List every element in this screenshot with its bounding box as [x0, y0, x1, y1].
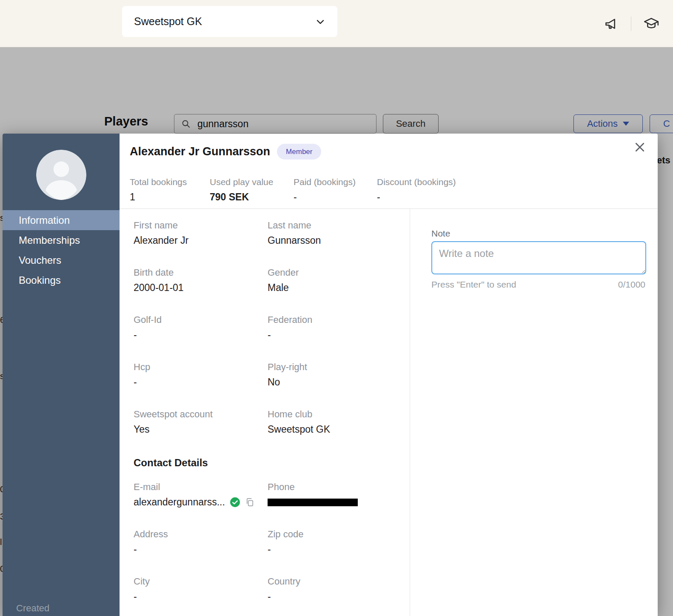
drawer-sidebar: Information Memberships Vouchers Booking… — [3, 134, 120, 616]
email-value: alexandergunnarss... — [134, 496, 225, 508]
field-zip-code: Zip code- — [268, 529, 409, 555]
field-gender: GenderMale — [268, 267, 409, 294]
player-details-drawer: Information Memberships Vouchers Booking… — [3, 134, 658, 616]
drawer-nav: Information Memberships Vouchers Booking… — [3, 210, 120, 290]
announcements-button[interactable] — [601, 14, 622, 33]
field-country: Country- — [268, 576, 409, 602]
field-last-name: Last nameGunnarsson — [268, 220, 409, 246]
stat-used-play-value: Used play value 790 SEK — [210, 177, 294, 203]
verified-check-icon — [230, 497, 240, 508]
field-phone: Phone — [268, 482, 409, 508]
field-golf-id: Golf-Id- — [134, 314, 268, 341]
field-address: Address- — [134, 529, 268, 555]
note-panel: Note Press "Enter" to send 0/1000 — [410, 209, 658, 616]
club-selector-value: Sweetspot GK — [134, 15, 202, 28]
player-header: Alexander Jr Gunnarsson Member — [130, 144, 321, 160]
sidebar-item-information[interactable]: Information — [3, 210, 120, 230]
stat-paid-bookings: Paid (bookings) - — [294, 177, 377, 203]
field-sweetspot-account: Sweetspot accountYes — [134, 409, 268, 435]
megaphone-icon — [603, 16, 621, 31]
field-federation: Federation- — [268, 314, 409, 341]
field-first-name: First nameAlexander Jr — [134, 220, 268, 246]
field-hcp: Hcp- — [134, 362, 268, 388]
copy-icon — [245, 497, 255, 507]
divider — [631, 17, 631, 31]
screen: Players Search Actions C Name Age Email … — [0, 0, 673, 616]
sidebar-item-bookings[interactable]: Bookings — [3, 270, 120, 290]
stat-total-bookings: Total bookings 1 — [130, 177, 210, 203]
avatar — [36, 150, 86, 200]
academy-button[interactable] — [640, 14, 663, 34]
stat-discount-bookings: Discount (bookings) - — [377, 177, 471, 203]
app-topbar: Sweetspot GK — [0, 0, 673, 47]
drawer-main: Alexander Jr Gunnarsson Member Total boo… — [120, 134, 658, 616]
field-email: E-mail alexandergunnarss... — [134, 482, 268, 508]
club-selector[interactable]: Sweetspot GK — [122, 6, 337, 37]
phone-redacted-bar — [268, 499, 358, 506]
copy-email-button[interactable] — [245, 497, 255, 507]
note-char-counter: 0/1000 — [618, 279, 645, 290]
player-stats: Total bookings 1 Used play value 790 SEK… — [130, 177, 471, 203]
graduation-cap-icon — [642, 16, 661, 32]
note-hint: Press "Enter" to send — [431, 279, 516, 290]
note-label: Note — [431, 228, 450, 239]
player-name: Alexander Jr Gunnarsson — [130, 145, 270, 158]
field-city: City- — [134, 576, 268, 602]
field-play-right: Play-rightNo — [268, 362, 409, 388]
created-column-fragment: Created — [16, 603, 49, 614]
person-icon — [36, 150, 86, 200]
chevron-down-icon — [314, 16, 326, 28]
member-badge: Member — [277, 144, 321, 160]
field-home-club: Home clubSweetspot GK — [268, 409, 409, 435]
player-info-fields: First nameAlexander Jr Last nameGunnarss… — [134, 220, 409, 435]
field-birth-date: Birth date2000-01-01 — [134, 267, 268, 294]
close-button[interactable] — [633, 141, 647, 154]
contact-fields: E-mail alexandergunnarss... Phone Addres… — [134, 482, 409, 602]
sidebar-item-memberships[interactable]: Memberships — [3, 230, 120, 250]
close-icon — [633, 141, 646, 154]
note-meta: Press "Enter" to send 0/1000 — [431, 279, 645, 290]
note-input[interactable] — [431, 241, 646, 274]
sidebar-item-vouchers[interactable]: Vouchers — [3, 250, 120, 270]
contact-details-title: Contact Details — [134, 457, 208, 469]
